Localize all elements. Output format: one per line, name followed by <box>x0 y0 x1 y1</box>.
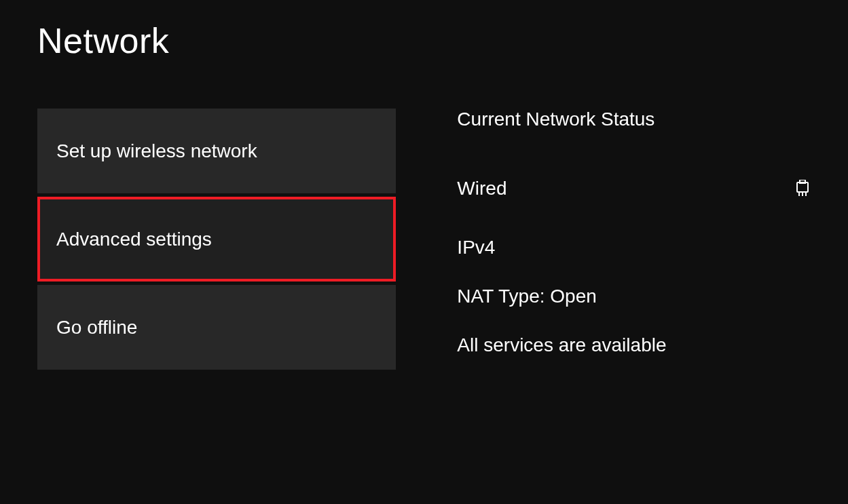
ip-version: IPv4 <box>457 237 811 258</box>
menu-item-label: Set up wireless network <box>56 140 257 162</box>
network-settings-page: Network Set up wireless network Advanced… <box>0 0 848 504</box>
content-area: Set up wireless network Advanced setting… <box>37 109 811 383</box>
menu-item-label: Go offline <box>56 317 137 338</box>
svg-rect-1 <box>800 180 805 183</box>
menu-item-advanced-settings[interactable]: Advanced settings <box>37 197 396 282</box>
status-heading: Current Network Status <box>457 109 811 130</box>
page-title: Network <box>37 20 811 61</box>
service-availability: All services are available <box>457 334 811 356</box>
nat-type: NAT Type: Open <box>457 286 811 307</box>
status-panel: Current Network Status Wired IPv4 NAT Ty… <box>457 109 811 383</box>
svg-rect-0 <box>797 182 808 192</box>
menu-item-label: Advanced settings <box>56 229 212 250</box>
ethernet-icon <box>796 180 811 197</box>
menu-item-go-offline[interactable]: Go offline <box>37 285 396 370</box>
connection-type: Wired <box>457 178 506 199</box>
menu-list: Set up wireless network Advanced setting… <box>37 109 396 373</box>
menu-item-setup-wireless[interactable]: Set up wireless network <box>37 109 396 193</box>
connection-row: Wired <box>457 178 811 199</box>
